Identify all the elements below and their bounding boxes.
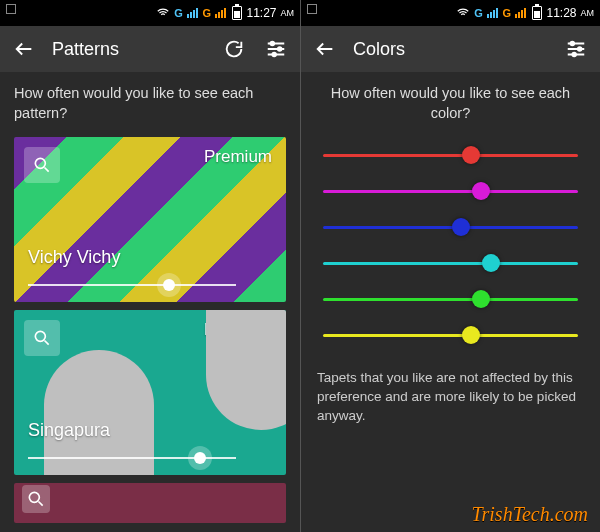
clock-ampm: AM <box>281 8 295 18</box>
svg-point-3 <box>35 158 45 168</box>
pattern-badge: Premium <box>204 147 272 167</box>
phone-screen-patterns: G G 11:27 AM Patterns How often would yo… <box>0 0 300 532</box>
network-b-label: G <box>202 7 211 19</box>
pattern-badge: Premium <box>204 320 272 340</box>
svg-point-8 <box>572 53 576 57</box>
svg-point-5 <box>29 492 39 502</box>
back-button[interactable] <box>311 35 339 63</box>
settings-sliders-button[interactable] <box>562 35 590 63</box>
slider-thumb[interactable] <box>462 326 480 344</box>
status-bar: G G 11:28 AM <box>301 0 600 26</box>
slider-track <box>323 154 578 157</box>
settings-sliders-button[interactable] <box>262 35 290 63</box>
appbar-title: Colors <box>353 39 548 60</box>
slider-track <box>323 262 578 265</box>
appbar-title: Patterns <box>52 39 206 60</box>
battery-icon <box>232 6 242 20</box>
watermark: TrishTech.com <box>471 503 588 526</box>
svg-point-2 <box>272 53 276 57</box>
sliders-icon <box>565 38 587 60</box>
back-arrow-icon <box>13 38 35 60</box>
pattern-frequency-slider[interactable] <box>28 457 236 459</box>
clock-ampm: AM <box>581 8 595 18</box>
svg-point-6 <box>571 42 575 46</box>
app-bar: Patterns <box>0 26 300 72</box>
notification-icons <box>6 4 16 14</box>
slider-thumb[interactable] <box>452 218 470 236</box>
pattern-card[interactable]: Premium Vichy Vichy <box>14 137 286 302</box>
slider-thumb[interactable] <box>194 452 206 464</box>
slider-thumb[interactable] <box>482 254 500 272</box>
svg-point-1 <box>278 47 282 51</box>
back-button[interactable] <box>10 35 38 63</box>
clock: 11:27 <box>246 6 276 20</box>
color-frequency-slider[interactable] <box>323 137 578 173</box>
color-sliders-group <box>315 137 586 353</box>
pattern-name: Vichy Vichy <box>28 247 120 268</box>
wifi-icon <box>156 6 170 20</box>
app-bar: Colors <box>301 26 600 72</box>
pattern-card[interactable]: Premium Singapura <box>14 310 286 475</box>
signal-a-icon <box>487 8 498 18</box>
network-a-label: G <box>474 7 483 19</box>
colors-prompt: How often would you like to see each col… <box>315 84 586 123</box>
wifi-icon <box>456 6 470 20</box>
pattern-preview-button[interactable] <box>24 320 60 356</box>
color-frequency-slider[interactable] <box>323 173 578 209</box>
pattern-preview-button[interactable] <box>24 147 60 183</box>
back-arrow-icon <box>314 38 336 60</box>
pattern-name: Singapura <box>28 420 110 441</box>
slider-thumb[interactable] <box>163 279 175 291</box>
slider-thumb[interactable] <box>472 182 490 200</box>
patterns-prompt: How often would you like to see each pat… <box>14 84 286 123</box>
colors-content: How often would you like to see each col… <box>301 72 600 430</box>
svg-point-4 <box>35 331 45 341</box>
svg-point-0 <box>271 42 275 46</box>
svg-point-7 <box>578 47 582 51</box>
color-frequency-slider[interactable] <box>323 317 578 353</box>
slider-thumb[interactable] <box>472 290 490 308</box>
phone-screen-colors: G G 11:28 AM Colors How often would you … <box>300 0 600 532</box>
magnifier-icon <box>26 489 46 509</box>
network-a-label: G <box>174 7 183 19</box>
notification-icons <box>307 4 317 14</box>
sliders-icon <box>265 38 287 60</box>
slider-track <box>323 298 578 301</box>
signal-b-icon <box>515 8 526 18</box>
pattern-frequency-slider[interactable] <box>28 284 236 286</box>
patterns-content: How often would you like to see each pat… <box>0 72 300 527</box>
signal-b-icon <box>215 8 226 18</box>
magnifier-icon <box>32 328 52 348</box>
magnifier-icon <box>32 155 52 175</box>
clock: 11:28 <box>546 6 576 20</box>
slider-track <box>323 190 578 193</box>
signal-a-icon <box>187 8 198 18</box>
color-frequency-slider[interactable] <box>323 245 578 281</box>
color-frequency-slider[interactable] <box>323 209 578 245</box>
color-frequency-slider[interactable] <box>323 281 578 317</box>
battery-icon <box>532 6 542 20</box>
pattern-card[interactable] <box>14 483 286 523</box>
colors-helper-text: Tapets that you like are not affected by… <box>315 369 586 426</box>
pattern-preview-button[interactable] <box>22 485 50 513</box>
slider-track <box>323 334 578 337</box>
refresh-icon <box>223 38 245 60</box>
refresh-button[interactable] <box>220 35 248 63</box>
status-bar: G G 11:27 AM <box>0 0 300 26</box>
slider-track <box>323 226 578 229</box>
network-b-label: G <box>502 7 511 19</box>
slider-thumb[interactable] <box>462 146 480 164</box>
